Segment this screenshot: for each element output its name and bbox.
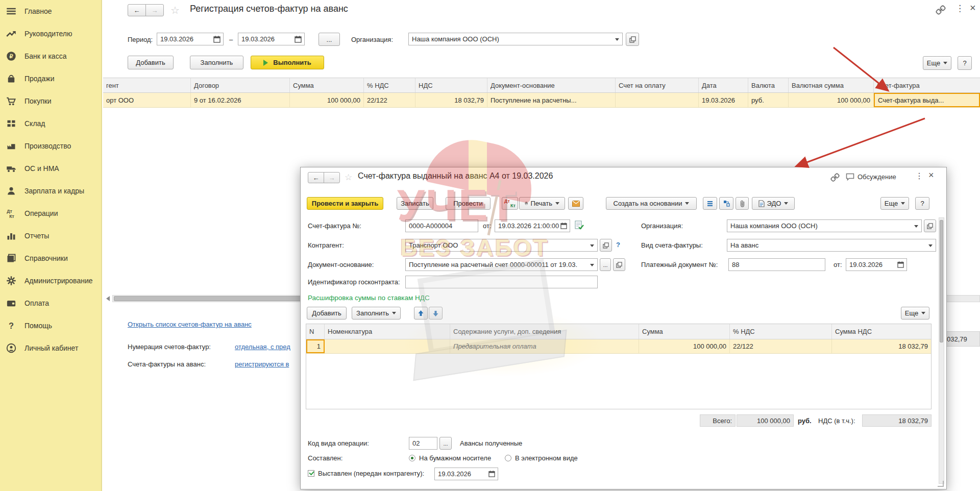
grid-row[interactable]: 1 Предварительная оплата 100 000,00 22/1… <box>306 339 931 354</box>
electronic-radio[interactable] <box>505 455 511 461</box>
organization-combo[interactable]: Наша компания ООО (ОСН) <box>408 33 623 45</box>
cell-vat-rate[interactable]: 22/122 <box>364 93 415 107</box>
invoice-datetime-input[interactable]: 19.03.2026 21:00:00 <box>495 219 570 232</box>
sidebar-item-operations[interactable]: ДтКт Операции <box>0 202 101 225</box>
column-header-contract[interactable]: Договор <box>191 78 290 92</box>
cell-contractor[interactable]: орт ООО <box>103 93 191 107</box>
invoice-kind-combo[interactable]: На аванс <box>727 239 936 252</box>
grid-column-vat-rate[interactable]: % НДС <box>730 324 832 339</box>
dialog-kebab-menu-icon[interactable]: ⋮ <box>915 171 923 181</box>
dialog-organization-open-button[interactable] <box>924 219 936 232</box>
column-header-vat-rate[interactable]: % НДС <box>364 78 415 92</box>
numbering-link[interactable]: отдельная, с пред <box>235 343 290 351</box>
calendar-icon[interactable] <box>558 221 569 231</box>
vat-breakdown-link[interactable]: Расшифровка суммы по ставкам НДС <box>308 294 430 302</box>
cell-invoice-selected[interactable]: Счет-фактура выда... <box>874 93 980 107</box>
sidebar-item-production[interactable]: Производство <box>0 135 101 157</box>
back-button[interactable]: ← <box>128 4 146 16</box>
kebab-menu-icon[interactable]: ⋮ <box>955 3 964 14</box>
column-header-currency[interactable]: Валюта <box>748 78 789 92</box>
column-header-vat[interactable]: НДС <box>415 78 487 92</box>
sidebar-item-references[interactable]: Справочники <box>0 247 101 269</box>
grid-cell-vat-sum[interactable]: 18 032,79 <box>832 339 931 353</box>
contractor-help-link[interactable]: ? <box>616 241 620 249</box>
grid-more-button[interactable]: Еще <box>901 307 929 320</box>
get-link-icon[interactable] <box>936 5 946 15</box>
grid-column-nomenclature[interactable]: Номенклатура <box>325 324 450 339</box>
sidebar-item-manager[interactable]: Руководителю <box>0 22 101 45</box>
invoice-number-input[interactable]: 0000-A000004 <box>405 219 478 232</box>
issued-checkbox[interactable] <box>308 470 314 477</box>
grid-column-content[interactable]: Содержание услуги, доп. сведения <box>450 324 639 339</box>
reports-list-button[interactable] <box>703 197 717 210</box>
payment-doc-input[interactable]: 88 <box>728 258 825 271</box>
column-header-basis[interactable]: Документ-основание <box>487 78 616 92</box>
resize-grip[interactable] <box>938 481 944 487</box>
period-options-button[interactable]: ... <box>318 33 340 46</box>
organization-open-button[interactable] <box>626 33 639 46</box>
cell-sum[interactable]: 100 000,00 <box>290 93 364 107</box>
contractor-combo[interactable]: Транспорт ООО <box>405 239 598 252</box>
operation-code-select-button[interactable]: ... <box>439 437 452 450</box>
dialog-get-link-icon[interactable] <box>830 173 840 182</box>
grid-cell-nomenclature[interactable] <box>325 339 450 353</box>
column-header-currency-sum[interactable]: Валютная сумма <box>789 78 874 92</box>
grid-cell-sum[interactable]: 100 000,00 <box>639 339 730 353</box>
dialog-vertical-scrollbar[interactable] <box>939 217 944 484</box>
operation-code-input[interactable]: 02 <box>409 437 437 450</box>
calendar-icon[interactable] <box>486 469 497 479</box>
gov-contract-input[interactable] <box>405 276 598 288</box>
sidebar-item-account[interactable]: Личный кабинет <box>0 337 101 359</box>
grid-cell-content[interactable]: Предварительная оплата <box>450 339 639 353</box>
sidebar-item-purchases[interactable]: Покупки <box>0 90 101 112</box>
cell-date[interactable]: 19.03.2026 <box>699 93 748 107</box>
sidebar-item-bank[interactable]: ₽ Банк и касса <box>0 45 101 67</box>
grid-cell-vat-rate[interactable]: 22/122 <box>730 339 832 353</box>
edo-button[interactable]: ЭДО <box>752 197 795 210</box>
cell-currency[interactable]: руб. <box>748 93 789 107</box>
calendar-icon[interactable] <box>212 34 222 44</box>
electronic-radio-label[interactable]: В электронном виде <box>515 454 578 462</box>
sidebar-item-help[interactable]: ? Помощь <box>0 314 101 337</box>
grid-column-vat-sum[interactable]: Сумма НДС <box>832 324 931 339</box>
advance-registration-link[interactable]: регистрируются в <box>235 360 289 368</box>
dialog-favorite-star-icon[interactable]: ☆ <box>345 172 352 183</box>
column-header-contractor[interactable]: гент <box>103 78 191 92</box>
cell-vat[interactable]: 18 032,79 <box>415 93 487 107</box>
scroll-left-button[interactable] <box>104 295 111 302</box>
discussion-button[interactable]: Обсуждение <box>846 173 896 181</box>
help-button[interactable]: ? <box>958 56 972 70</box>
grid-fill-button[interactable]: Заполнить <box>352 307 401 320</box>
column-header-sum[interactable]: Сумма <box>290 78 364 92</box>
column-header-invoice[interactable]: Счет-фактура <box>874 78 980 92</box>
print-button[interactable]: Печать <box>519 197 565 210</box>
move-row-down-button[interactable] <box>429 307 443 320</box>
column-header-payment-invoice[interactable]: Счет на оплату <box>616 78 699 92</box>
dialog-back-button[interactable]: ← <box>308 172 324 183</box>
grid-cell-n[interactable]: 1 <box>306 339 325 353</box>
create-based-on-button[interactable]: Создать на основании <box>606 197 697 210</box>
table-row[interactable]: орт ООО 9 от 16.02.2026 100 000,00 22/12… <box>103 93 980 108</box>
open-invoice-list-link[interactable]: Открыть список счетов-фактур на аванс <box>128 321 252 328</box>
dialog-more-button[interactable]: Еще <box>880 197 909 210</box>
dialog-forward-button[interactable]: → <box>324 172 340 183</box>
favorite-star-icon[interactable]: ☆ <box>170 4 180 16</box>
sidebar-item-administration[interactable]: Администрирование <box>0 269 101 292</box>
add-button[interactable]: Добавить <box>128 56 174 69</box>
run-button[interactable]: Выполнить <box>251 56 324 69</box>
grid-add-button[interactable]: Добавить <box>307 307 347 320</box>
period-to-input[interactable]: 19.03.2026 <box>238 33 305 45</box>
cell-basis[interactable]: Поступление на расчетны... <box>487 93 616 107</box>
forward-button[interactable]: → <box>145 4 164 16</box>
save-button[interactable]: Записать <box>397 197 433 210</box>
cell-payment-invoice[interactable] <box>616 93 699 107</box>
sidebar-item-salary[interactable]: Зарплата и кадры <box>0 180 101 202</box>
sidebar-item-assets[interactable]: ОС и НМА <box>0 157 101 180</box>
cell-currency-sum[interactable]: 100 000,00 <box>789 93 874 107</box>
cell-contract[interactable]: 9 от 16.02.2026 <box>191 93 290 107</box>
column-header-date[interactable]: Дата <box>699 78 748 92</box>
dialog-close-icon[interactable]: × <box>928 170 934 181</box>
grid-column-n[interactable]: N <box>306 324 325 339</box>
sidebar-item-main[interactable]: Главное <box>0 0 101 22</box>
more-button[interactable]: Еще <box>923 56 951 70</box>
